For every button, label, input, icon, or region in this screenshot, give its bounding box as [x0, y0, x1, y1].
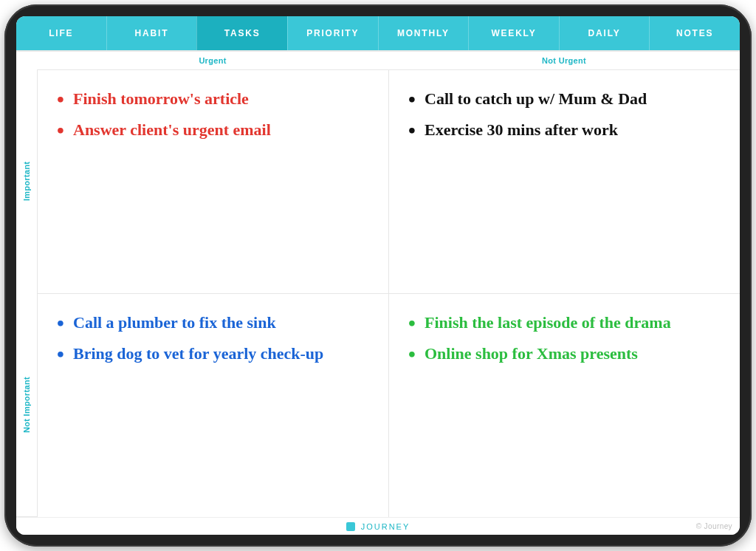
copyright: © Journey	[696, 522, 732, 530]
tab-priority[interactable]: PRIORITY	[287, 16, 378, 50]
tab-habit[interactable]: HABIT	[106, 16, 197, 50]
quadrant-not-important-urgent[interactable]: Call a plumber to fix the sink Bring dog…	[37, 293, 388, 517]
task-item[interactable]: Exercise 30 mins after work	[407, 117, 721, 143]
task-list: Call a plumber to fix the sink Bring dog…	[55, 310, 369, 366]
tab-notes[interactable]: NOTES	[649, 16, 740, 50]
footer: JOURNEY © Journey	[16, 517, 740, 535]
column-headers: Urgent Not Urgent	[37, 52, 740, 69]
task-item[interactable]: Answer client's urgent email	[55, 117, 369, 143]
col-header-urgent: Urgent	[37, 52, 388, 69]
tab-weekly[interactable]: WEEKLY	[468, 16, 559, 50]
app-screen: LIFE HABIT TASKS PRIORITY MONTHLY WEEKLY…	[16, 16, 740, 535]
top-tabbar: LIFE HABIT TASKS PRIORITY MONTHLY WEEKLY…	[16, 16, 740, 50]
task-item[interactable]: Bring dog to vet for yearly check-up	[55, 341, 369, 366]
task-item[interactable]: Online shop for Xmas presents	[407, 341, 721, 366]
task-list: Finish tomorrow's article Answer client'…	[55, 86, 369, 143]
tab-daily[interactable]: DAILY	[559, 16, 650, 50]
task-item[interactable]: Call a plumber to fix the sink	[55, 310, 369, 335]
task-item[interactable]: Call to catch up w/ Mum & Dad	[407, 86, 721, 112]
task-list: Finish the last episode of the drama Onl…	[407, 310, 721, 366]
tab-tasks[interactable]: TASKS	[196, 16, 287, 50]
tab-life[interactable]: LIFE	[16, 16, 106, 50]
task-item[interactable]: Finish tomorrow's article	[55, 86, 369, 112]
row-label-important: Important	[16, 69, 37, 293]
quadrant-not-important-not-urgent[interactable]: Finish the last episode of the drama Onl…	[388, 293, 740, 517]
tablet-frame: LIFE HABIT TASKS PRIORITY MONTHLY WEEKLY…	[4, 4, 752, 547]
col-header-not-urgent: Not Urgent	[388, 52, 740, 69]
task-item[interactable]: Finish the last episode of the drama	[407, 310, 721, 335]
row-label-not-important: Not Important	[16, 293, 37, 517]
quadrant-important-urgent[interactable]: Finish tomorrow's article Answer client'…	[37, 69, 388, 293]
tab-monthly[interactable]: MONTHLY	[378, 16, 469, 50]
eisenhower-matrix: Important Finish tomorrow's article Answ…	[16, 69, 740, 517]
quadrant-important-not-urgent[interactable]: Call to catch up w/ Mum & Dad Exercise 3…	[388, 69, 740, 293]
brand-name: JOURNEY	[361, 522, 410, 531]
task-list: Call to catch up w/ Mum & Dad Exercise 3…	[407, 86, 721, 143]
brand-icon	[346, 522, 355, 531]
